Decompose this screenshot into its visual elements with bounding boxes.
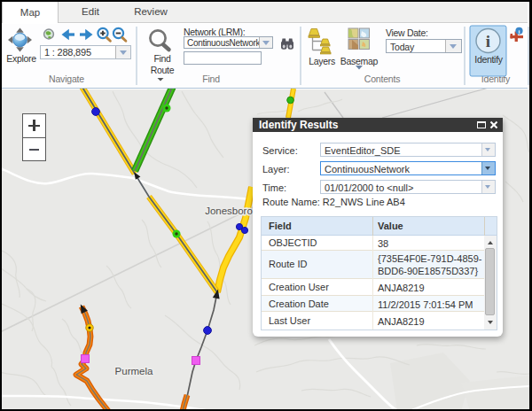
svg-text:Purmela: Purmela: [115, 366, 153, 376]
svg-text:i: i: [519, 28, 520, 35]
svg-text:Jonesboro: Jonesboro: [205, 206, 253, 216]
svg-text:i: i: [486, 32, 490, 50]
